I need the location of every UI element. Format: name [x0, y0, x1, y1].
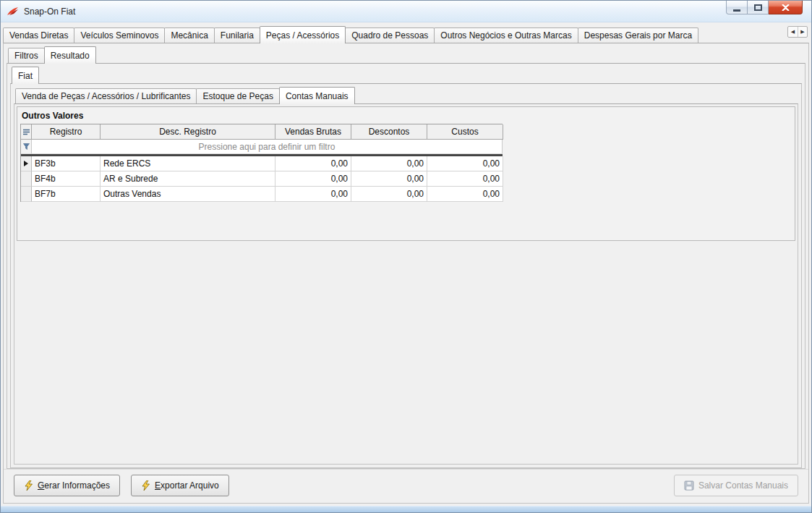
gerar-informacoes-button[interactable]: Gerar Informações — [14, 475, 120, 496]
tab-resultado[interactable]: Resultado — [44, 46, 96, 64]
cell-custos[interactable]: 0,00 — [427, 187, 503, 202]
tab-pecas-acessorios[interactable]: Peças / Acessórios — [260, 26, 346, 43]
maximize-button[interactable] — [748, 1, 769, 14]
brand-tabstrip: Fiat — [12, 67, 805, 83]
save-icon — [684, 480, 694, 491]
contas-manuais-grid: Registro Desc. Registro Vendas Brutas De… — [20, 124, 503, 202]
cell-vendas-brutas[interactable]: 0,00 — [275, 171, 351, 187]
cell-vendas-brutas[interactable]: 0,00 — [275, 187, 351, 202]
window-title: Snap-On Fiat — [24, 7, 75, 17]
app-icon — [7, 6, 20, 17]
gerar-informacoes-label: Gerar Informações — [38, 480, 110, 491]
tab-veiculos-seminovos[interactable]: Veículos Seminovos — [74, 27, 165, 43]
col-header-custos[interactable]: Custos — [427, 124, 503, 140]
grid-options-icon[interactable] — [21, 124, 32, 140]
cell-descontos[interactable]: 0,00 — [351, 156, 427, 171]
tab-fiat[interactable]: Fiat — [12, 67, 39, 84]
section-tabstrip: Venda de Peças / Acessórios / Lubrifican… — [15, 87, 801, 103]
tab-page-resultado: Fiat Venda de Peças / Acessórios / Lubri… — [7, 63, 805, 469]
filter-prompt: Pressione aqui para definir um filtro — [32, 140, 503, 154]
tab-scroller: ◀ ▶ — [787, 26, 808, 38]
group-title: Outros Valores — [17, 107, 795, 124]
minimize-button[interactable] — [726, 1, 748, 14]
tab-venda-pecas-acessorios-lubrificantes[interactable]: Venda de Peças / Acessórios / Lubrifican… — [15, 88, 197, 103]
tab-page-pecas-acessorios: Filtros Resultado Fiat Venda de Peças / … — [3, 43, 809, 504]
group-outros-valores: Outros Valores Registro Desc. Registro — [17, 106, 795, 241]
cell-vendas-brutas[interactable]: 0,00 — [275, 156, 351, 171]
col-header-descontos[interactable]: Descontos — [351, 124, 427, 140]
cell-desc-registro[interactable]: AR e Subrede — [101, 171, 275, 187]
close-button[interactable] — [769, 1, 803, 14]
bottom-button-bar: Gerar Informações Exportar Arquivo Salva… — [4, 469, 808, 503]
tab-filtros[interactable]: Filtros — [8, 48, 45, 63]
tab-scroll-right-icon[interactable]: ▶ — [798, 27, 807, 37]
lightning-icon — [141, 480, 150, 491]
cell-descontos[interactable]: 0,00 — [351, 171, 427, 187]
current-row-arrow-icon — [24, 161, 28, 166]
tab-funilaria[interactable]: Funilaria — [214, 27, 260, 43]
exportar-arquivo-button[interactable]: Exportar Arquivo — [131, 475, 229, 496]
window-content: Vendas Diretas Veículos Seminovos Mecâni… — [1, 22, 811, 506]
current-row-indicator — [21, 156, 32, 171]
cell-registro[interactable]: BF4b — [32, 171, 101, 187]
lightning-icon — [24, 480, 33, 491]
col-header-vendas-brutas[interactable]: Vendas Brutas — [275, 124, 351, 140]
grid-header-row: Registro Desc. Registro Vendas Brutas De… — [21, 124, 503, 140]
filter-icon[interactable] — [21, 140, 32, 154]
cell-registro[interactable]: BF3b — [32, 156, 101, 171]
cell-custos[interactable]: 0,00 — [427, 171, 503, 187]
col-header-desc-registro[interactable]: Desc. Registro — [101, 124, 275, 140]
tab-contas-manuais[interactable]: Contas Manuais — [279, 87, 355, 104]
cell-custos[interactable]: 0,00 — [427, 156, 503, 171]
tab-quadro-de-pessoas[interactable]: Quadro de Pessoas — [345, 27, 435, 43]
cell-desc-registro[interactable]: Rede ERCS — [101, 156, 275, 171]
tab-mecanica[interactable]: Mecânica — [164, 27, 214, 43]
tab-estoque-de-pecas[interactable]: Estoque de Peças — [196, 88, 279, 103]
row-indicator — [21, 171, 32, 187]
cell-desc-registro[interactable]: Outras Vendas — [101, 187, 275, 202]
tab-page-contas-manuais: Outros Valores Registro Desc. Registro — [14, 103, 798, 465]
maximize-icon — [754, 4, 762, 11]
grid-filter-row[interactable]: Pressione aqui para definir um filtro — [21, 140, 503, 154]
window-controls — [726, 1, 803, 14]
tab-outros-negocios-outras-marcas[interactable]: Outros Negócios e Outras Marcas — [434, 27, 578, 43]
table-row[interactable]: BF4b AR e Subrede 0,00 0,00 0,00 — [21, 171, 503, 187]
tab-scroll-left-icon[interactable]: ◀ — [788, 27, 798, 37]
cell-registro[interactable]: BF7b — [32, 187, 101, 202]
exportar-arquivo-label: Exportar Arquivo — [155, 480, 219, 491]
main-tabstrip: Vendas Diretas Veículos Seminovos Mecâni… — [3, 26, 809, 43]
row-indicator — [21, 187, 32, 202]
app-window: Snap-On Fiat Vendas Diretas Veículos Sem… — [0, 0, 812, 513]
tab-despesas-gerais-por-marca[interactable]: Despesas Gerais por Marca — [578, 27, 698, 43]
tab-page-fiat: Venda de Peças / Acessórios / Lubrifican… — [10, 83, 802, 468]
salvar-contas-manuais-label: Salvar Contas Manuais — [698, 480, 788, 491]
table-row[interactable]: BF3b Rede ERCS 0,00 0,00 0,00 — [21, 156, 503, 171]
cell-descontos[interactable]: 0,00 — [351, 187, 427, 202]
window-bottom-frame — [1, 506, 811, 512]
col-header-registro[interactable]: Registro — [32, 124, 101, 140]
view-tabstrip: Filtros Resultado — [8, 46, 808, 63]
salvar-contas-manuais-button[interactable]: Salvar Contas Manuais — [674, 475, 798, 496]
close-icon — [782, 4, 790, 11]
minimize-icon — [733, 9, 740, 12]
tab-vendas-diretas[interactable]: Vendas Diretas — [3, 27, 74, 43]
table-row[interactable]: BF7b Outras Vendas 0,00 0,00 0,00 — [21, 187, 503, 202]
titlebar: Snap-On Fiat — [1, 1, 811, 22]
